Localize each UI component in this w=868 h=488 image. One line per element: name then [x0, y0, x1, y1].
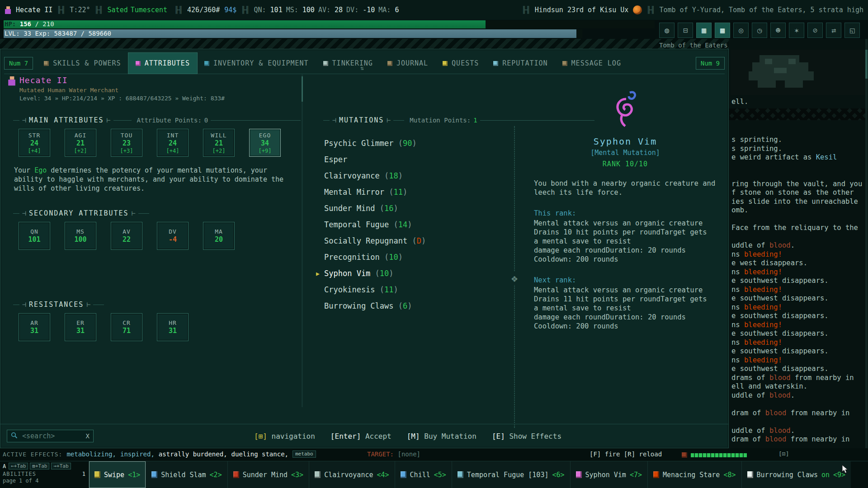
- tab-message-log[interactable]: MESSAGE LOG: [555, 53, 628, 74]
- attribute-label: WILL: [211, 132, 226, 139]
- mutation-burrowing-claws[interactable]: Burrowing Claws (6): [315, 298, 509, 314]
- log-line: e southwest disappears.: [731, 365, 864, 374]
- rank-heading: This rank:: [534, 209, 720, 218]
- mutation-socially-repugnant[interactable]: Socially Repugnant (D): [315, 233, 509, 249]
- log-line: ell and waterskin.: [731, 382, 864, 391]
- hp-max: / 210: [35, 20, 54, 28]
- mutation-precognition[interactable]: Precognition (10): [315, 249, 509, 265]
- attribute-value: 21: [215, 139, 223, 147]
- swap-icon[interactable]: ⇄: [826, 23, 841, 38]
- attribute-value: 24: [169, 139, 177, 147]
- ability-menacing-stare[interactable]: Menacing Stare<8>: [647, 461, 741, 488]
- active-effects-label: ACTIVE EFFECTS:: [3, 451, 62, 458]
- resistance-box-er[interactable]: ER31: [65, 313, 96, 341]
- log-scrollbar[interactable]: [865, 29, 868, 488]
- rank-line: Cooldown: 200 rounds: [534, 255, 720, 264]
- search-box[interactable]: X: [7, 430, 94, 442]
- ability-syphon-vim[interactable]: Syphon Vim<7>: [570, 461, 647, 488]
- ability-sunder-mind[interactable]: Sunder Mind<3>: [227, 461, 309, 488]
- mutation-temporal-fugue[interactable]: Temporal Fugue (14): [315, 216, 509, 233]
- attribute-box-agi[interactable]: AGI21[+2]: [65, 129, 96, 157]
- mutation-mental-mirror[interactable]: Mental Mirror (11): [315, 184, 509, 200]
- secondary-box-av[interactable]: AV22: [111, 222, 142, 250]
- attribute-value: -4: [169, 235, 177, 244]
- ability-clairvoyance[interactable]: Clairvoyance<4>: [309, 461, 394, 488]
- misc-indicator-icon: [⊡]: [778, 450, 789, 457]
- secondary-box-ms[interactable]: MS100: [65, 222, 96, 250]
- mutation-cryokinesis[interactable]: Cryokinesis (11): [315, 282, 509, 298]
- resistance-box-ar[interactable]: AR31: [19, 313, 50, 341]
- carry-weight: 426/360#: [187, 6, 220, 14]
- bracket-icon: ⊣: [332, 116, 336, 124]
- abilities-label: ABILITIES: [3, 471, 36, 477]
- prev-page-hint[interactable]: ←+Tab: [9, 463, 28, 469]
- attribute-box-ego[interactable]: EGO34[+9]: [249, 129, 281, 157]
- status-tumescent: Tumescent: [131, 6, 167, 14]
- tab-skills-powers[interactable]: SKILLS & POWERS: [37, 53, 128, 74]
- next-tab-button[interactable]: Num 9: [696, 57, 725, 70]
- resistance-box-hr[interactable]: HR31: [157, 313, 189, 341]
- prev-tab-button[interactable]: Num 7: [4, 57, 33, 70]
- globe-icon[interactable]: ⊘: [807, 23, 823, 38]
- tab-attributes[interactable]: ATTRIBUTES: [128, 53, 197, 74]
- search-input[interactable]: [21, 432, 82, 441]
- dpad-tab-hint[interactable]: ⊞+Tab: [30, 463, 49, 469]
- attribute-value: 21: [76, 139, 85, 147]
- mutation-esper[interactable]: Esper: [315, 151, 509, 168]
- log-line: dram of blood from nearby in: [731, 435, 864, 444]
- bracket-icon: ⊣: [22, 209, 26, 217]
- mutation-psychic-glimmer[interactable]: Psychic Glimmer (90): [315, 135, 509, 151]
- attribute-box-will[interactable]: WILL21[+2]: [203, 129, 235, 157]
- tiles-toggle-icon[interactable]: ▦: [696, 23, 712, 38]
- deck-icon[interactable]: ⊟: [678, 23, 693, 38]
- grid-toggle-icon[interactable]: ▩: [715, 23, 730, 38]
- sunder-mind-icon: [233, 471, 239, 478]
- rank-line: Mental attack versus an organic creature: [534, 219, 720, 228]
- tab-inventory-equipment[interactable]: INVENTORY & EQUIPMENT: [197, 53, 316, 74]
- wait-icon[interactable]: ◷: [752, 23, 767, 38]
- tab-reputation[interactable]: REPUTATION: [486, 53, 555, 74]
- secondary-attributes-header: ⊣ SECONDARY ATTRIBUTES ⊢: [13, 209, 301, 217]
- tab-journal[interactable]: JOURNAL: [380, 53, 435, 74]
- hp-value: 156: [20, 20, 31, 28]
- overlay-toggle-icon[interactable]: ◍: [659, 23, 675, 38]
- attribute-box-tou[interactable]: TOU23[+3]: [111, 129, 142, 157]
- ability-swipe[interactable]: Swipe<1>: [89, 461, 146, 488]
- attribute-label: CR: [123, 319, 131, 326]
- mutation-points-value: 1: [473, 117, 477, 124]
- ability-shield-slam[interactable]: Shield Slam<2>: [146, 461, 227, 488]
- secondary-box-qn[interactable]: QN101: [19, 222, 50, 250]
- secondary-box-ma[interactable]: MA20: [203, 222, 235, 250]
- resize-handle-icon[interactable]: ⇅: [360, 65, 364, 71]
- next-page-hint[interactable]: →+Tab: [51, 463, 71, 469]
- attribute-points-label: Attribute Points:: [137, 117, 202, 124]
- mutation-clairvoyance[interactable]: Clairvoyance (18): [315, 168, 509, 184]
- message-log[interactable]: s sprinting.s sprinting.e weird artifact…: [731, 136, 864, 452]
- ability-burrowing-claws[interactable]: Burrowing Clawson<9>: [741, 461, 851, 488]
- tab-quests[interactable]: QUESTS: [435, 53, 486, 74]
- attribute-value: 20: [215, 235, 223, 244]
- character-header: Hecate II Mutated Human Water Merchant L…: [19, 75, 309, 102]
- tab-tinkering[interactable]: TINKERING: [316, 53, 380, 74]
- ability-temporal-fugue-103[interactable]: Temporal Fugue [103]<6>: [452, 461, 570, 488]
- resistance-box-cr[interactable]: CR71: [111, 313, 142, 341]
- mutation-sunder-mind[interactable]: Sunder Mind (16): [315, 200, 509, 216]
- secondary-box-dv[interactable]: DV-4: [157, 222, 189, 250]
- panel-scrollbar-thumb[interactable]: [302, 76, 303, 102]
- capture-icon[interactable]: ◱: [844, 23, 860, 38]
- portrait-icon[interactable]: ☻: [770, 23, 786, 38]
- mutation-syphon-vim[interactable]: ▶Syphon Vim (10): [315, 265, 509, 282]
- magnifier-icon[interactable]: ◎: [733, 23, 749, 38]
- ability-chill[interactable]: Chill<5>: [395, 461, 452, 488]
- log-scrollbar-thumb[interactable]: [865, 50, 868, 79]
- log-line: [731, 215, 864, 224]
- log-line: uddle of blood.: [731, 427, 864, 436]
- attribute-box-int[interactable]: INT24[+4]: [157, 129, 189, 157]
- attribute-box-str[interactable]: STR24[+4]: [19, 129, 50, 157]
- target-indicator: TARGET: [none]: [367, 450, 420, 458]
- bracket-icon: ⊣: [22, 300, 26, 309]
- clear-search-button[interactable]: X: [86, 432, 90, 440]
- temperature: T:22°: [70, 6, 90, 14]
- sparkle-icon[interactable]: ✶: [789, 23, 804, 38]
- log-line: ns bleeding!: [731, 250, 864, 259]
